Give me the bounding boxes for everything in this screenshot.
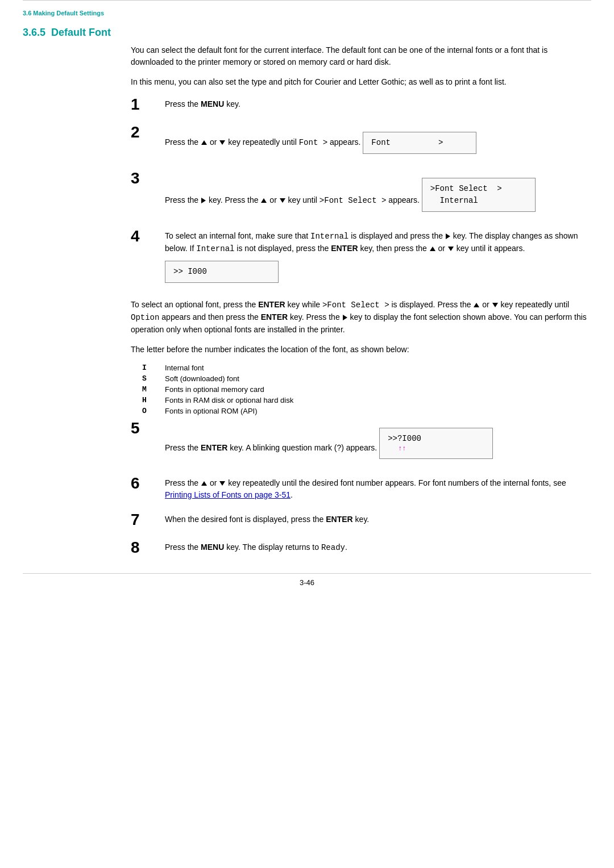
- enter-key-label-3: ENTER: [261, 312, 288, 322]
- page: 3.6 Making Default Settings 3.6.5 Defaul…: [0, 0, 614, 868]
- step-7: 7 When the desired font is displayed, pr…: [131, 511, 591, 529]
- triangle-down-icon-3: [448, 247, 454, 251]
- letter-intro: The letter before the number indicates t…: [131, 344, 591, 356]
- optional-para: To select an optional font, press the EN…: [131, 299, 591, 336]
- triangle-down-icon: [219, 140, 225, 145]
- list-item-H: H Fonts in RAM disk or optional hard dis…: [142, 396, 591, 404]
- letter-key-M: M: [142, 385, 165, 394]
- page-number: 3-46: [0, 574, 614, 592]
- letter-key-S: S: [142, 374, 165, 383]
- step4-mono1: Internal: [310, 232, 349, 241]
- opt-mono2: Option: [131, 313, 159, 322]
- letter-key-H: H: [142, 396, 165, 404]
- intro-para2: In this menu, you can also set the type …: [131, 76, 591, 88]
- step-3: 3 Press the key. Press the or key until …: [131, 170, 591, 218]
- step-5-content: Press the ENTER key. A blinking question…: [165, 420, 591, 465]
- triangle-down-icon-2: [280, 198, 285, 203]
- step-number-4: 4: [131, 228, 165, 245]
- step3-lcd: >Font Select > Internal: [422, 178, 536, 212]
- content-area: You can select the default font for the …: [0, 44, 614, 556]
- triangle-down-icon-4: [492, 303, 498, 307]
- letter-key-I: I: [142, 364, 165, 372]
- section-number: 3.6.5: [23, 27, 45, 38]
- step-7-content: When the desired font is displayed, pres…: [165, 511, 591, 525]
- triangle-right-icon: [201, 198, 206, 203]
- step-8: 8 Press the MENU key. The display return…: [131, 539, 591, 557]
- lcd-line-5: >>?I000: [388, 433, 484, 445]
- enter-key-label-4: ENTER: [201, 443, 227, 452]
- list-item-S: S Soft (downloaded) font: [142, 374, 591, 383]
- triangle-up-icon-2: [261, 198, 267, 203]
- ready-text: Ready: [321, 543, 345, 552]
- step5-lcd: >>?I000 ↑↑: [379, 428, 493, 459]
- step3-mono: >Font Select >: [320, 196, 387, 205]
- lcd-line-1: Font >: [371, 137, 468, 149]
- step2-mono: Font >: [299, 138, 327, 147]
- step-1-content: Press the MENU key.: [165, 96, 591, 110]
- letter-desc-I: Internal font: [165, 364, 204, 372]
- section-title: 3.6.5 Default Font: [0, 16, 614, 44]
- letter-desc-M: Fonts in optional memory card: [165, 385, 264, 394]
- enter-key-label: ENTER: [331, 244, 358, 253]
- step-8-content: Press the MENU key. The display returns …: [165, 539, 591, 554]
- menu-key-label-2: MENU: [201, 542, 224, 552]
- triangle-down-icon-5: [219, 481, 225, 486]
- step-2-content: Press the or key repeatedly until Font >…: [165, 124, 591, 160]
- step4-mono2: Internal: [196, 244, 234, 253]
- step-number-2: 2: [131, 124, 165, 141]
- menu-key-label: MENU: [201, 99, 224, 108]
- enter-key-label-5: ENTER: [326, 515, 352, 524]
- step-number-8: 8: [131, 539, 165, 557]
- triangle-right-icon-3: [446, 233, 450, 239]
- step-4: 4 To select an internal font, make sure …: [131, 228, 591, 289]
- triangle-up-icon-5: [201, 481, 207, 486]
- letter-desc-H: Fonts in RAM disk or optional hard disk: [165, 396, 293, 404]
- letter-list: I Internal font S Soft (downloaded) font…: [142, 364, 591, 415]
- font-list-link[interactable]: Printing Lists of Fonts on page 3-51: [165, 490, 291, 499]
- step-1: 1 Press the MENU key.: [131, 96, 591, 114]
- step-number-1: 1: [131, 96, 165, 114]
- step-number-3: 3: [131, 170, 165, 187]
- step-6-content: Press the or key repeatedly until the de…: [165, 475, 591, 501]
- lcd-line-2: >Font Select >: [430, 183, 527, 195]
- lcd-line-3: Internal: [430, 195, 527, 207]
- enter-key-label-2: ENTER: [258, 300, 285, 309]
- letter-desc-S: Soft (downloaded) font: [165, 374, 239, 383]
- breadcrumb: 3.6 Making Default Settings: [0, 5, 614, 16]
- triangle-right-icon-4: [343, 315, 347, 320]
- step-6: 6 Press the or key repeatedly until the …: [131, 475, 591, 501]
- step-number-6: 6: [131, 475, 165, 493]
- step-number-5: 5: [131, 420, 165, 437]
- triangle-up-icon: [201, 140, 207, 145]
- top-rule: [23, 0, 591, 5]
- triangle-up-icon-4: [474, 303, 479, 307]
- step-4-content: To select an internal font, make sure th…: [165, 228, 591, 289]
- step-3-content: Press the key. Press the or key until >F…: [165, 170, 591, 218]
- step-2: 2 Press the or key repeatedly until Font…: [131, 124, 591, 160]
- blink-cursor: ↑↑: [398, 444, 484, 454]
- list-item-M: M Fonts in optional memory card: [142, 385, 591, 394]
- section-heading: Default Font: [51, 27, 111, 38]
- step4-lcd: >> I000: [165, 261, 279, 283]
- step-number-7: 7: [131, 511, 165, 529]
- triangle-up-icon-3: [430, 247, 435, 251]
- letter-desc-O: Fonts in optional ROM (API): [165, 407, 258, 415]
- letter-key-O: O: [142, 407, 165, 415]
- step2-lcd: Font >: [363, 132, 476, 154]
- lcd-line-4: >> I000: [173, 266, 270, 278]
- list-item-I: I Internal font: [142, 364, 591, 372]
- opt-mono1: >Font Select >: [322, 301, 389, 310]
- step-5: 5 Press the ENTER key. A blinking questi…: [131, 420, 591, 465]
- list-item-O: O Fonts in optional ROM (API): [142, 407, 591, 415]
- intro-para1: You can select the default font for the …: [131, 44, 591, 68]
